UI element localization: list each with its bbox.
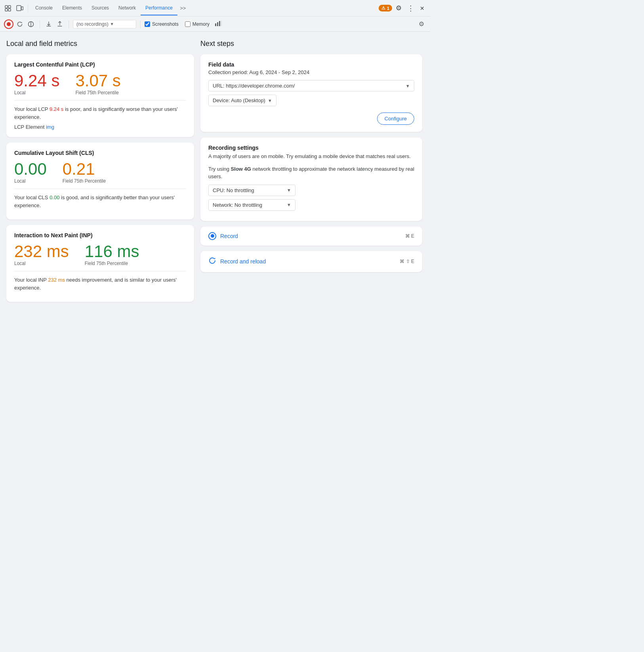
recording-settings-title: Recording settings: [208, 145, 414, 151]
cls-divider: [14, 189, 186, 189]
inp-local-label: Local: [14, 261, 69, 266]
toolbar2-divider: [40, 20, 40, 28]
record-button[interactable]: [4, 19, 13, 29]
inp-local-value: 232 ms: [14, 243, 69, 260]
memory-checkbox-label[interactable]: Memory: [185, 21, 210, 27]
network-throttle-label: Network: No throttling: [213, 202, 262, 208]
screenshots-checkbox[interactable]: [145, 21, 150, 27]
svg-rect-8: [215, 23, 216, 26]
memory-label: Memory: [192, 21, 210, 27]
svg-rect-4: [17, 6, 21, 11]
performance-toolbar: (no recordings) ▼ Screenshots Memory ⚙: [0, 17, 430, 32]
slow-4g-text: Slow 4G: [231, 166, 251, 172]
cls-local-block: 0.00 Local: [14, 161, 47, 184]
cpu-throttle-dropdown[interactable]: CPU: No throttling ▼: [208, 185, 295, 196]
more-options-button[interactable]: ⋮: [405, 3, 416, 14]
warning-badge[interactable]: ⚠ 1: [379, 5, 392, 11]
tab-network[interactable]: Network: [114, 1, 141, 15]
lcp-element-row: LCP Element img: [14, 124, 186, 130]
screenshots-checkbox-label[interactable]: Screenshots: [145, 21, 179, 27]
record-shortcut: ⌘ E: [405, 233, 414, 239]
record-reload-action-card[interactable]: Record and reload ⌘ ⇧ E: [200, 251, 422, 272]
svg-rect-10: [219, 21, 220, 26]
network-throttle-dropdown[interactable]: Network: No throttling ▼: [208, 199, 295, 211]
stop-button[interactable]: [26, 19, 36, 29]
lcp-local-block: 9.24 s Local: [14, 72, 59, 95]
cls-desc-value: 0.00: [50, 194, 59, 200]
screenshots-label: Screenshots: [152, 21, 179, 27]
tab-elements[interactable]: Elements: [57, 1, 87, 15]
inp-field-label: Field 75th Percentile: [85, 261, 139, 266]
inp-values-row: 232 ms Local 116 ms Field 75th Percentil…: [14, 243, 186, 266]
cls-values-row: 0.00 Local 0.21 Field 75th Percentile: [14, 161, 186, 184]
tab-console[interactable]: Console: [30, 1, 57, 15]
svg-rect-1: [8, 6, 11, 8]
import-button[interactable]: [55, 19, 65, 29]
more-tabs-button[interactable]: >>: [177, 3, 189, 14]
cpu-dropdown-arrow-icon: ▼: [287, 188, 291, 193]
inp-card: Interaction to Next Paint (INP) 232 ms L…: [6, 225, 194, 302]
gear-icon: ⚙: [396, 4, 402, 12]
inp-field-block: 116 ms Field 75th Percentile: [85, 243, 139, 266]
right-section-title: Next steps: [200, 40, 422, 48]
devtools-picker-icon[interactable]: [2, 3, 13, 14]
recording-desc-2: Try using Slow 4G network throttling to …: [208, 165, 414, 181]
inp-divider: [14, 271, 186, 271]
recordings-dropdown[interactable]: (no recordings) ▼: [73, 20, 136, 29]
left-panel: Local and field metrics Largest Contentf…: [6, 40, 200, 307]
tab-performance[interactable]: Performance: [141, 1, 177, 15]
recording-settings-card: Recording settings A majority of users a…: [200, 137, 422, 221]
recordings-arrow-icon: ▼: [110, 22, 114, 26]
kebab-icon: ⋮: [407, 4, 414, 13]
memory-checkbox[interactable]: [185, 21, 191, 27]
toolbar-divider-1: [28, 4, 28, 12]
svg-rect-0: [5, 6, 8, 8]
record-reload-action-left: Record and reload: [208, 257, 400, 267]
configure-button[interactable]: Configure: [377, 112, 414, 125]
lcp-title: Largest Contentful Paint (LCP): [14, 61, 186, 68]
close-icon: ✕: [420, 5, 425, 11]
device-dropdown[interactable]: Device: Auto (Desktop) ▼: [208, 95, 276, 106]
left-section-title: Local and field metrics: [6, 40, 194, 48]
cls-field-block: 0.21 Field 75th Percentile: [63, 161, 106, 184]
cls-local-value: 0.00: [14, 161, 47, 177]
cls-local-label: Local: [14, 178, 47, 184]
close-devtools-button[interactable]: ✕: [417, 3, 428, 14]
main-content: Local and field metrics Largest Contentf…: [0, 32, 430, 315]
lcp-field-label: Field 75th Percentile: [75, 90, 120, 95]
cls-card: Cumulative Layout Shift (CLS) 0.00 Local…: [6, 143, 194, 219]
cls-field-value: 0.21: [63, 161, 106, 177]
cls-field-label: Field 75th Percentile: [63, 178, 106, 184]
lcp-values-row: 9.24 s Local 3.07 s Field 75th Percentil…: [14, 72, 186, 95]
lcp-desc-value: 9.24 s: [50, 106, 63, 112]
settings-button[interactable]: ⚙: [393, 3, 404, 14]
lcp-field-block: 3.07 s Field 75th Percentile: [75, 72, 120, 95]
recording-desc-1: A majority of users are on mobile. Try e…: [208, 153, 414, 160]
performance-settings-button[interactable]: ⚙: [417, 19, 426, 29]
devtools-tabs: Console Elements Sources Network Perform…: [30, 1, 189, 15]
lcp-local-value: 9.24 s: [14, 72, 59, 89]
field-data-card: Field data Collection period: Aug 6, 202…: [200, 54, 422, 132]
record-reload-icon: [208, 257, 216, 267]
network-dropdown-arrow-icon: ▼: [287, 202, 291, 207]
inp-desc-value: 232 ms: [48, 277, 65, 283]
lcp-divider: [14, 100, 186, 101]
export-button[interactable]: [44, 19, 53, 29]
svg-rect-5: [21, 7, 23, 10]
devtools-responsive-icon[interactable]: [14, 3, 25, 14]
svg-rect-3: [8, 9, 11, 11]
inp-local-block: 232 ms Local: [14, 243, 69, 266]
tab-sources[interactable]: Sources: [87, 1, 114, 15]
network-conditions-icon[interactable]: [214, 20, 222, 28]
url-dropdown[interactable]: URL: https://developer.chrome.com/ ▼: [208, 80, 414, 92]
cls-title: Cumulative Layout Shift (CLS): [14, 150, 186, 156]
record-action-card[interactable]: Record ⌘ E: [200, 227, 422, 246]
right-panel: Next steps Field data Collection period:…: [200, 40, 422, 307]
inp-title: Interaction to Next Paint (INP): [14, 232, 186, 238]
reload-record-button[interactable]: [15, 19, 25, 29]
cpu-throttle-label: CPU: No throttling: [213, 187, 254, 193]
record-reload-action-label: Record and reload: [220, 258, 266, 265]
warning-count: 1: [387, 6, 389, 11]
url-dropdown-arrow-icon: ▼: [406, 84, 410, 88]
lcp-element-link[interactable]: img: [46, 124, 54, 130]
